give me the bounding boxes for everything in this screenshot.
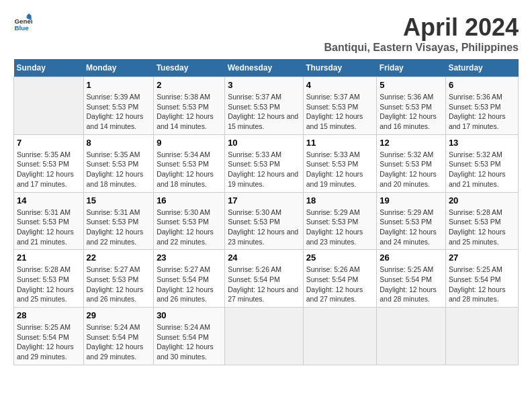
calendar-cell: 17 Sunrise: 5:30 AMSunset: 5:53 PMDaylig…: [225, 192, 304, 250]
calendar-cell: [377, 308, 446, 365]
day-number: 2: [157, 80, 222, 90]
calendar-cell: 8 Sunrise: 5:35 AMSunset: 5:53 PMDayligh…: [83, 134, 154, 192]
calendar-cell: 5 Sunrise: 5:36 AMSunset: 5:53 PMDayligh…: [377, 77, 446, 135]
day-info: Sunrise: 5:29 AMSunset: 5:53 PMDaylight:…: [380, 208, 443, 247]
calendar-header-saturday: Saturday: [445, 59, 518, 77]
day-info: Sunrise: 5:31 AMSunset: 5:53 PMDaylight:…: [17, 208, 81, 247]
day-info: Sunrise: 5:37 AMSunset: 5:53 PMDaylight:…: [228, 92, 300, 132]
calendar-header-tuesday: Tuesday: [154, 59, 225, 77]
calendar-cell: 10 Sunrise: 5:33 AMSunset: 5:53 PMDaylig…: [225, 134, 304, 192]
calendar-cell: 26 Sunrise: 5:25 AMSunset: 5:54 PMDaylig…: [377, 250, 446, 308]
day-info: Sunrise: 5:26 AMSunset: 5:54 PMDaylight:…: [306, 265, 374, 304]
calendar-header-monday: Monday: [83, 59, 154, 77]
calendar-cell: 22 Sunrise: 5:27 AMSunset: 5:53 PMDaylig…: [83, 250, 154, 308]
day-number: 21: [17, 253, 81, 263]
day-info: Sunrise: 5:35 AMSunset: 5:53 PMDaylight:…: [87, 150, 151, 189]
calendar-cell: 25 Sunrise: 5:26 AMSunset: 5:54 PMDaylig…: [303, 250, 377, 308]
day-info: Sunrise: 5:28 AMSunset: 5:53 PMDaylight:…: [17, 265, 81, 304]
logo: General Blue: [13, 13, 32, 32]
calendar-cell: 6 Sunrise: 5:36 AMSunset: 5:53 PMDayligh…: [445, 77, 518, 135]
calendar-cell: 9 Sunrise: 5:34 AMSunset: 5:53 PMDayligh…: [154, 134, 225, 192]
calendar-cell: 27 Sunrise: 5:25 AMSunset: 5:54 PMDaylig…: [445, 250, 518, 308]
day-number: 9: [157, 138, 222, 148]
day-number: 16: [157, 195, 222, 205]
day-info: Sunrise: 5:36 AMSunset: 5:53 PMDaylight:…: [380, 92, 443, 132]
day-info: Sunrise: 5:25 AMSunset: 5:54 PMDaylight:…: [449, 265, 515, 304]
day-number: 12: [380, 138, 443, 148]
day-number: 6: [449, 80, 515, 90]
day-info: Sunrise: 5:38 AMSunset: 5:53 PMDaylight:…: [157, 92, 222, 132]
day-info: Sunrise: 5:31 AMSunset: 5:53 PMDaylight:…: [87, 208, 151, 247]
calendar-header-sunday: Sunday: [14, 59, 84, 77]
page-subtitle: Bantiqui, Eastern Visayas, Philippines: [324, 42, 519, 54]
day-number: 13: [449, 138, 515, 148]
day-info: Sunrise: 5:35 AMSunset: 5:53 PMDaylight:…: [17, 150, 81, 189]
day-number: 20: [449, 195, 515, 205]
calendar-cell: 14 Sunrise: 5:31 AMSunset: 5:53 PMDaylig…: [14, 192, 84, 250]
calendar-body: 1 Sunrise: 5:39 AMSunset: 5:53 PMDayligh…: [14, 77, 519, 365]
day-number: 1: [87, 80, 151, 90]
day-info: Sunrise: 5:28 AMSunset: 5:53 PMDaylight:…: [449, 208, 515, 247]
day-number: 3: [228, 80, 300, 90]
calendar-week-row: 1 Sunrise: 5:39 AMSunset: 5:53 PMDayligh…: [14, 77, 519, 135]
calendar-header-wednesday: Wednesday: [225, 59, 304, 77]
day-number: 25: [306, 253, 374, 263]
title-block: April 2024 Bantiqui, Eastern Visayas, Ph…: [324, 13, 519, 54]
day-number: 28: [17, 310, 81, 320]
day-number: 30: [157, 310, 222, 320]
day-info: Sunrise: 5:36 AMSunset: 5:53 PMDaylight:…: [449, 92, 515, 132]
calendar-cell: 28 Sunrise: 5:25 AMSunset: 5:54 PMDaylig…: [14, 308, 84, 365]
calendar-cell: 7 Sunrise: 5:35 AMSunset: 5:53 PMDayligh…: [14, 134, 84, 192]
svg-text:Blue: Blue: [14, 24, 29, 32]
day-number: 11: [306, 138, 374, 148]
day-number: 14: [17, 195, 81, 205]
day-info: Sunrise: 5:27 AMSunset: 5:53 PMDaylight:…: [87, 265, 151, 304]
calendar-cell: [303, 308, 377, 365]
page-header: General Blue April 2024 Bantiqui, Easter…: [13, 13, 519, 54]
day-number: 18: [306, 195, 374, 205]
calendar-cell: [445, 308, 518, 365]
calendar-header-thursday: Thursday: [303, 59, 377, 77]
calendar-week-row: 14 Sunrise: 5:31 AMSunset: 5:53 PMDaylig…: [14, 192, 519, 250]
day-number: 8: [87, 138, 151, 148]
calendar-cell: 29 Sunrise: 5:24 AMSunset: 5:54 PMDaylig…: [83, 308, 154, 365]
calendar-week-row: 21 Sunrise: 5:28 AMSunset: 5:53 PMDaylig…: [14, 250, 519, 308]
day-number: 19: [380, 195, 443, 205]
calendar-cell: 12 Sunrise: 5:32 AMSunset: 5:53 PMDaylig…: [377, 134, 446, 192]
day-info: Sunrise: 5:29 AMSunset: 5:53 PMDaylight:…: [306, 208, 374, 247]
day-number: 5: [380, 80, 443, 90]
calendar-header-row: SundayMondayTuesdayWednesdayThursdayFrid…: [14, 59, 519, 77]
calendar-cell: 1 Sunrise: 5:39 AMSunset: 5:53 PMDayligh…: [83, 77, 154, 135]
day-info: Sunrise: 5:25 AMSunset: 5:54 PMDaylight:…: [17, 322, 81, 362]
calendar-cell: 19 Sunrise: 5:29 AMSunset: 5:53 PMDaylig…: [377, 192, 446, 250]
day-number: 10: [228, 138, 300, 148]
day-info: Sunrise: 5:26 AMSunset: 5:54 PMDaylight:…: [228, 265, 300, 304]
day-number: 7: [17, 138, 81, 148]
day-info: Sunrise: 5:32 AMSunset: 5:53 PMDaylight:…: [449, 150, 515, 189]
day-info: Sunrise: 5:25 AMSunset: 5:54 PMDaylight:…: [380, 265, 443, 304]
calendar-cell: 24 Sunrise: 5:26 AMSunset: 5:54 PMDaylig…: [225, 250, 304, 308]
calendar-cell: 21 Sunrise: 5:28 AMSunset: 5:53 PMDaylig…: [14, 250, 84, 308]
day-number: 29: [87, 310, 151, 320]
calendar-cell: 11 Sunrise: 5:33 AMSunset: 5:53 PMDaylig…: [303, 134, 377, 192]
calendar-cell: [225, 308, 304, 365]
calendar-cell: 15 Sunrise: 5:31 AMSunset: 5:53 PMDaylig…: [83, 192, 154, 250]
day-number: 23: [157, 253, 222, 263]
day-number: 27: [449, 253, 515, 263]
day-info: Sunrise: 5:30 AMSunset: 5:53 PMDaylight:…: [157, 208, 222, 247]
calendar-cell: 20 Sunrise: 5:28 AMSunset: 5:53 PMDaylig…: [445, 192, 518, 250]
calendar-table: SundayMondayTuesdayWednesdayThursdayFrid…: [13, 59, 519, 365]
day-info: Sunrise: 5:33 AMSunset: 5:53 PMDaylight:…: [306, 150, 374, 189]
calendar-cell: 13 Sunrise: 5:32 AMSunset: 5:53 PMDaylig…: [445, 134, 518, 192]
day-info: Sunrise: 5:27 AMSunset: 5:54 PMDaylight:…: [157, 265, 222, 304]
calendar-cell: [14, 77, 84, 135]
calendar-cell: 18 Sunrise: 5:29 AMSunset: 5:53 PMDaylig…: [303, 192, 377, 250]
day-info: Sunrise: 5:30 AMSunset: 5:53 PMDaylight:…: [228, 208, 300, 247]
calendar-cell: 30 Sunrise: 5:24 AMSunset: 5:54 PMDaylig…: [154, 308, 225, 365]
day-number: 22: [87, 253, 151, 263]
logo-icon: General Blue: [13, 13, 32, 32]
calendar-cell: 16 Sunrise: 5:30 AMSunset: 5:53 PMDaylig…: [154, 192, 225, 250]
calendar-cell: 2 Sunrise: 5:38 AMSunset: 5:53 PMDayligh…: [154, 77, 225, 135]
day-number: 15: [87, 195, 151, 205]
day-info: Sunrise: 5:24 AMSunset: 5:54 PMDaylight:…: [157, 322, 222, 362]
